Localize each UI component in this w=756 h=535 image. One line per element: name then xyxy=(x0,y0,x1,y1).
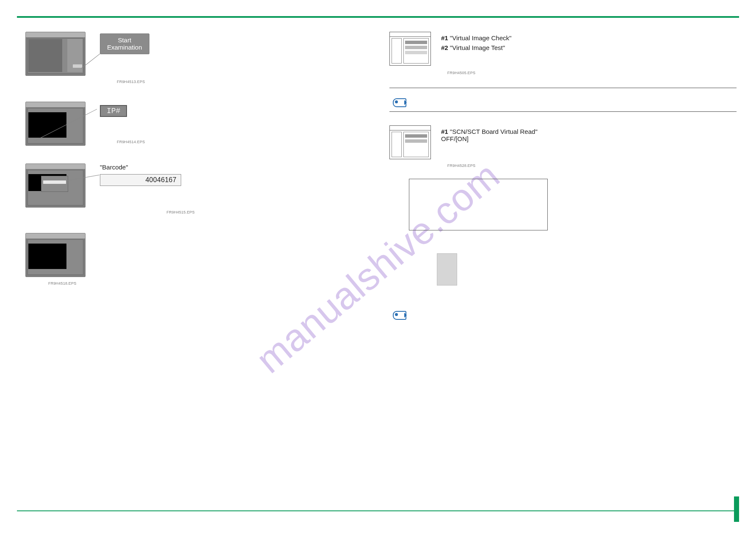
ip-cassette-illustration xyxy=(437,253,457,286)
step-4: FR9H4518.EPS xyxy=(25,233,372,286)
divider xyxy=(389,88,737,88)
eps-label: FR9H4505.EPS xyxy=(447,71,475,75)
pointer-icon xyxy=(393,98,406,107)
step-2: IP# FR9H4514.EPS xyxy=(25,102,372,146)
titlebar xyxy=(26,164,85,169)
section-tab xyxy=(734,496,739,522)
step-3: "Barcode" 40046167 FR9H4515.EPS xyxy=(25,164,372,215)
note-block-1 xyxy=(393,98,737,109)
eps-label: FR9H4514.EPS xyxy=(117,140,145,144)
blank-ip-figure xyxy=(437,253,737,286)
note-box xyxy=(409,179,548,230)
titlebar xyxy=(26,233,85,238)
figure-scn-virtual-read: #1 "SCN/SCT Board Virtual Read" OFF/[ON] xyxy=(389,125,737,159)
rule-top xyxy=(17,16,739,18)
eps-label: FR9H4515.EPS xyxy=(167,210,195,214)
image-area xyxy=(28,244,66,269)
list-item[interactable] xyxy=(405,134,427,138)
side-panel xyxy=(392,38,402,64)
settings-window xyxy=(389,125,431,159)
barcode-value[interactable]: 40046167 xyxy=(100,174,181,186)
step-1: Start Examination FR9H4513.EPS xyxy=(25,32,372,84)
screenshot-result xyxy=(25,233,86,277)
annotation-1: #1 "SCN/SCT Board Virtual Read" OFF/[ON] xyxy=(441,125,543,142)
divider xyxy=(389,111,737,112)
callout-start-examination: Start Examination xyxy=(100,33,149,54)
callout-ip-number: IP# xyxy=(100,105,127,117)
list-item[interactable] xyxy=(405,41,427,44)
settings-window xyxy=(389,32,431,66)
eps-label: FR9H4513.EPS xyxy=(117,80,145,84)
annotation-1: #1 "Virtual Image Check" xyxy=(441,34,511,42)
annotation-text: "Virtual Image Test" xyxy=(450,44,505,51)
annotation-text: "Virtual Image Check" xyxy=(450,34,511,42)
side-panel xyxy=(392,132,402,157)
screenshot-barcode-dialog xyxy=(25,164,86,208)
pointer-icon xyxy=(393,311,406,320)
screenshot-examination xyxy=(25,32,86,76)
left-column: Start Examination FR9H4513.EPS IP# FR9H4… xyxy=(25,32,372,304)
list-item[interactable] xyxy=(405,46,427,49)
panel xyxy=(28,39,62,72)
titlebar xyxy=(390,126,430,130)
annotation-tag: #2 xyxy=(441,44,448,51)
annotation-tag: #1 xyxy=(441,34,448,42)
list-item[interactable] xyxy=(405,139,427,143)
annotation-text: "SCN/SCT Board Virtual Read" OFF/[ON] xyxy=(441,128,538,142)
rule-bottom xyxy=(17,510,739,511)
annotation-2: #2 "Virtual Image Test" xyxy=(441,44,511,51)
barcode-caption: "Barcode" xyxy=(100,164,181,171)
titlebar xyxy=(390,32,430,37)
eps-label: FR9H4528.EPS xyxy=(447,164,475,168)
start-button[interactable] xyxy=(73,64,82,68)
annotation-tag: #1 xyxy=(441,128,448,135)
barcode-input[interactable] xyxy=(43,180,66,184)
figure-virtual-image: #1 "Virtual Image Check" #2 "Virtual Ima… xyxy=(389,32,737,66)
titlebar xyxy=(26,32,85,37)
screenshot-viewer xyxy=(25,102,86,146)
list-item[interactable] xyxy=(405,51,427,54)
eps-label: FR9H4518.EPS xyxy=(48,281,76,286)
dialog xyxy=(41,176,68,192)
titlebar xyxy=(26,102,85,107)
right-column: #1 "Virtual Image Check" #2 "Virtual Ima… xyxy=(389,32,737,322)
page: manualshive.com Start Examination FR9H45… xyxy=(0,0,756,535)
note-block-2 xyxy=(393,311,737,322)
